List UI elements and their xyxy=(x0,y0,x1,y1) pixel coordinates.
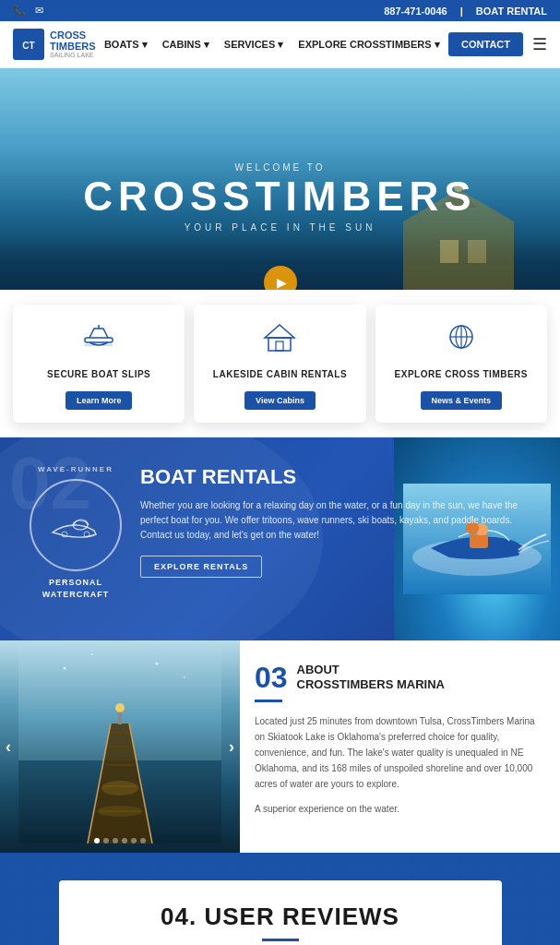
top-bar-separator: | xyxy=(460,6,463,17)
marina-description-1: Located just 25 minutes from downtown Tu… xyxy=(255,713,545,792)
wave-runner-label: WAVE-RUNNER xyxy=(38,465,113,473)
reviews-title: 04. USER REVIEWS xyxy=(77,903,483,931)
svg-point-26 xyxy=(91,653,93,655)
carousel-dot-3[interactable] xyxy=(113,838,118,843)
email-icon: ✉ xyxy=(35,5,43,17)
jetski-icon xyxy=(48,507,103,544)
svg-point-41 xyxy=(115,703,125,712)
carousel-dot-1[interactable] xyxy=(94,838,100,843)
svg-text:CT: CT xyxy=(22,41,34,51)
carousel-dot-5[interactable] xyxy=(131,838,137,843)
card-boat-slips-btn[interactable]: Learn More xyxy=(66,391,133,410)
card-explore-title: EXPLORE CROSS TIMBERS xyxy=(395,368,528,380)
logo-icon: CT xyxy=(13,29,44,60)
nav-right: CONTACT ☰ xyxy=(448,32,547,56)
svg-point-39 xyxy=(97,806,143,817)
carousel-dot-2[interactable] xyxy=(103,838,109,843)
hero-welcome: WELCOME TO xyxy=(83,162,476,173)
explore-icon xyxy=(443,321,480,359)
svg-point-25 xyxy=(64,667,66,670)
watercraft-badge: WAVE-RUNNER PERSONALWATERCRAFT xyxy=(20,465,131,600)
svg-point-27 xyxy=(156,663,159,665)
svg-rect-4 xyxy=(468,240,486,263)
hero-content: WELCOME TO CROSSTIMBERS YOUR PLACE IN TH… xyxy=(83,162,476,233)
marina-divider xyxy=(255,700,282,702)
reviews-title-text: USER REVIEWS xyxy=(205,903,399,930)
card-explore: EXPLORE CROSS TIMBERS News & Events xyxy=(375,305,547,423)
reviews-card: 04. USER REVIEWS "We've been to Marina's… xyxy=(59,880,502,945)
card-cabin-rentals: LAKESIDE CABIN RENTALS View Cabins xyxy=(194,305,365,423)
reviews-divider xyxy=(262,939,299,941)
svg-rect-10 xyxy=(268,338,291,351)
carousel-dots xyxy=(94,838,146,843)
nav-services[interactable]: SERVICES ▾ xyxy=(224,39,284,51)
hamburger-icon[interactable]: ☰ xyxy=(532,34,547,54)
svg-point-28 xyxy=(184,676,185,678)
marina-description-2: A superior experience on the water. xyxy=(255,801,545,817)
top-bar: 📞 ✉ 887-471-0046 | BOAT RENTAL xyxy=(0,0,560,21)
svg-rect-3 xyxy=(440,240,459,263)
card-boat-slips-title: SECURE BOAT SLIPS xyxy=(47,368,150,380)
top-bar-left: 📞 ✉ xyxy=(13,5,43,17)
card-cabin-title: LAKESIDE CABIN RENTALS xyxy=(213,368,347,380)
carousel-dot-4[interactable] xyxy=(122,838,127,843)
phone-icon: 📞 xyxy=(13,5,26,17)
marina-photo-inner xyxy=(0,640,240,853)
carousel-next-btn[interactable]: › xyxy=(229,737,234,757)
card-explore-btn[interactable]: News & Events xyxy=(421,391,503,410)
boat-rentals-title: BOAT RENTALS xyxy=(140,465,538,489)
top-bar-right: 887-471-0046 | BOAT RENTAL xyxy=(384,6,547,17)
logo-text: CROSS TIMBERS SAILING LAKE xyxy=(50,30,96,59)
nav-explore[interactable]: EXPLORE CROSSTIMBERS ▾ xyxy=(298,39,439,51)
marina-photo: ‹ › xyxy=(0,640,240,853)
carousel-dot-6[interactable] xyxy=(140,838,146,843)
explore-rentals-btn[interactable]: EXPLORE RENTALS xyxy=(140,556,262,578)
svg-point-38 xyxy=(101,781,138,795)
boat-rentals-desc: Whether you are looking for a relaxing d… xyxy=(140,498,538,543)
marina-section-num: 03 xyxy=(255,663,288,692)
logo[interactable]: CT CROSS TIMBERS SAILING LAKE xyxy=(13,29,96,60)
svg-rect-11 xyxy=(276,341,283,351)
svg-rect-7 xyxy=(85,338,113,342)
card-cabin-btn[interactable]: View Cabins xyxy=(244,391,316,410)
boat-rentals-section: 02 WAVE-RUNNER PERSONALWATERCRAFT BOAT R… xyxy=(0,437,560,640)
nav-links: BOATS ▾ CABINS ▾ SERVICES ▾ EXPLORE CROS… xyxy=(104,39,440,51)
marina-title-line2: CROSSTIMBERS MARINA xyxy=(297,677,445,692)
marina-section: ‹ › 03 ABOUT CROSSTIMBERS MARINA Located… xyxy=(0,640,560,853)
contact-button[interactable]: CONTACT xyxy=(448,32,523,56)
hero-subtitle: YOUR PLACE IN THE SUN xyxy=(83,222,476,233)
marina-title-group: 03 ABOUT CROSSTIMBERS MARINA xyxy=(255,663,545,692)
card-boat-slips: SECURE BOAT SLIPS Learn More xyxy=(13,305,185,423)
watercraft-label: PERSONALWATERCRAFT xyxy=(42,577,109,600)
nav-boats[interactable]: BOATS ▾ xyxy=(104,39,148,51)
cabin-icon xyxy=(261,321,298,359)
reviews-num-label: 04. xyxy=(161,903,197,930)
marina-content: 03 ABOUT CROSSTIMBERS MARINA Located jus… xyxy=(240,640,560,853)
top-bar-boat-rental[interactable]: BOAT RENTAL xyxy=(476,6,547,17)
svg-marker-9 xyxy=(265,325,294,338)
carousel-prev-btn[interactable]: ‹ xyxy=(6,737,11,757)
reviews-section: 04 04. USER REVIEWS "We've been to Marin… xyxy=(0,853,560,945)
top-bar-phone[interactable]: 887-471-0046 xyxy=(384,6,447,17)
boat-content: BOAT RENTALS Whether you are looking for… xyxy=(131,465,547,578)
navbar: CT CROSS TIMBERS SAILING LAKE BOATS ▾ CA… xyxy=(0,21,560,68)
marina-dock-svg xyxy=(18,640,221,843)
cards-section: SECURE BOAT SLIPS Learn More LAKESIDE CA… xyxy=(0,290,560,437)
nav-cabins[interactable]: CABINS ▾ xyxy=(162,39,209,51)
boat-slips-icon xyxy=(80,321,117,359)
badge-circle xyxy=(30,479,122,571)
marina-title-line1: ABOUT xyxy=(297,663,445,677)
hero: WELCOME TO CROSSTIMBERS YOUR PLACE IN TH… xyxy=(0,68,560,327)
hero-title: CROSSTIMBERS xyxy=(83,176,476,217)
